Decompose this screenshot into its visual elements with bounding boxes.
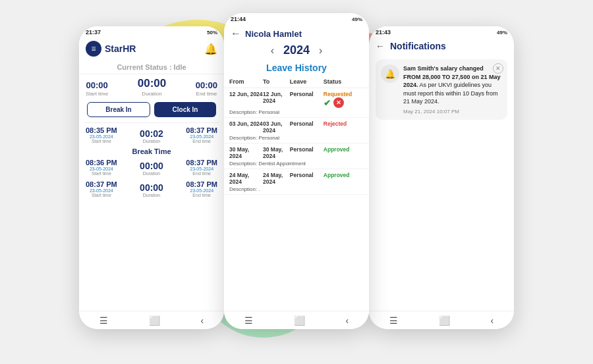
row4-leave: Personal	[290, 172, 324, 178]
row3-status: Approved	[324, 146, 364, 153]
nav-menu-icon[interactable]: ☰	[99, 315, 108, 326]
row1-leave: Personal	[290, 91, 324, 97]
logo-area: ≡ StarHR	[86, 41, 136, 57]
start-time-value: 00:00	[86, 81, 108, 90]
year-navigation: ‹ 2024 ›	[224, 42, 369, 60]
end-time-label: End time	[196, 91, 217, 97]
bell-glyph: 🔔	[385, 69, 395, 79]
break1-end-col: 08:37 PM 23-05-2024 End time	[186, 159, 217, 176]
row3-status-label: Approved	[324, 146, 350, 153]
nav-menu-icon-right[interactable]: ☰	[389, 315, 398, 326]
row1-status-label: Requested	[324, 91, 352, 97]
row4-description: Description: .	[229, 185, 364, 194]
leave-table-header: From To Leave Status	[224, 76, 369, 88]
break1-start-col: 08:36 PM 23-05-2024 Start time	[86, 159, 117, 176]
status-bar-center: 21:44 49%	[224, 13, 369, 24]
end-time-col: 00:00 End time	[196, 81, 217, 97]
col-header-to: To	[263, 78, 290, 85]
entry1-start-time: 08:35 PM	[86, 126, 117, 134]
row2-status-label: Rejected	[324, 120, 347, 127]
nav-home-icon-center[interactable]: ⬜	[294, 315, 305, 326]
break2-start-label: Start time	[86, 193, 117, 197]
break1-duration: 00:00	[140, 161, 163, 171]
clock-in-button[interactable]: Clock In	[154, 102, 216, 117]
row3-leave: Personal	[290, 146, 324, 153]
phone-center: 21:44 49% ← Nicola Hamlet ‹ 2024 › Leave…	[224, 13, 369, 329]
status-time-right: 21:43	[376, 29, 391, 36]
entry1-end-col: 08:37 PM 23-05-2024 End time	[186, 126, 217, 143]
time-row-main: 00:00 Start time 00:00 Duration 00:00 En…	[79, 74, 224, 97]
nav-back-icon-right[interactable]: ‹	[490, 315, 494, 326]
break1-end-date: 23-05-2024	[186, 167, 217, 171]
nav-back-icon-center[interactable]: ‹	[345, 315, 349, 326]
duration-label: Duration	[138, 91, 166, 97]
leave-row-2-main: 03 Jun, 2024 03 Jun, 2024 Personal Rejec…	[229, 120, 364, 134]
break2-end-label: End time	[186, 193, 217, 197]
nav-menu-icon-center[interactable]: ☰	[244, 315, 253, 326]
next-year-button[interactable]: ›	[319, 45, 322, 57]
status-icons-right: 49%	[497, 30, 507, 36]
row3-from: 30 May, 2024	[229, 146, 263, 159]
break2-start-time: 08:37 PM	[86, 180, 117, 188]
row3-description: Description: Dentist Appointment	[229, 159, 364, 168]
break2-duration-label: Duration	[140, 193, 163, 197]
break2-duration: 00:00	[140, 182, 163, 193]
status-icons-center: 49%	[352, 16, 362, 22]
notification-content: Sam Smith's salary changed FROM 28,000 T…	[403, 65, 502, 115]
nav-home-icon-right[interactable]: ⬜	[439, 315, 450, 326]
row2-description: Description: Personal	[229, 134, 364, 142]
row1-from: 12 Jun, 2024	[229, 91, 263, 97]
center-header: ← Nicola Hamlet	[224, 24, 369, 42]
battery-center: 49%	[352, 16, 362, 22]
time-entry-1: 08:35 PM 23-05-2024 Start time 00:02 Dur…	[79, 124, 224, 143]
break-entry-2: 08:37 PM 23-05-2024 Start time 00:00 Dur…	[79, 178, 224, 197]
row4-status: Approved	[324, 172, 364, 178]
duration-value: 00:00	[138, 77, 166, 90]
row2-status: Rejected	[324, 120, 364, 127]
status-bar-right: 21:43 49%	[369, 26, 514, 37]
leave-row-3-main: 30 May, 2024 30 May, 2024 Personal Appro…	[229, 146, 364, 159]
break-time-title: Break Time	[79, 143, 224, 157]
col-header-from: From	[229, 78, 263, 85]
status-icons-left: 50%	[207, 30, 217, 36]
user-name-center: Nicola Hamlet	[245, 29, 302, 39]
col-header-leave: Leave	[290, 78, 324, 85]
break-in-button[interactable]: Break In	[87, 102, 150, 117]
approve-icon[interactable]: ✔	[324, 98, 331, 108]
phone-left: 21:37 50% ≡ StarHR 🔔 Current Status : Id…	[79, 26, 224, 329]
notification-date: May 21, 2024 10:07 PM	[403, 109, 502, 115]
menu-icon[interactable]: ≡	[86, 41, 101, 57]
entry1-duration-label: Duration	[140, 139, 163, 143]
col-header-status: Status	[324, 78, 364, 85]
break1-end-time: 08:37 PM	[186, 159, 217, 167]
notification-bell-icon: 🔔	[381, 65, 399, 83]
break2-end-date: 23-05-2024	[186, 188, 217, 193]
back-button-right[interactable]: ←	[376, 41, 385, 51]
right-header: ← Notifications	[369, 37, 514, 54]
break2-start-col: 08:37 PM 23-05-2024 Start time	[86, 180, 117, 197]
phones-container: 21:37 50% ≡ StarHR 🔔 Current Status : Id…	[13, 13, 580, 349]
notification-close-button[interactable]: ✕	[493, 63, 503, 74]
reject-icon[interactable]: ✕	[333, 97, 344, 108]
entry1-end-date: 23-05-2024	[186, 134, 217, 139]
break1-end-label: End time	[186, 171, 217, 176]
nav-home-icon[interactable]: ⬜	[149, 315, 160, 326]
row4-status-label: Approved	[324, 172, 350, 178]
row2-leave: Personal	[290, 120, 324, 127]
break1-start-date: 23-05-2024	[86, 167, 117, 171]
entry1-start-label: Start time	[86, 139, 117, 143]
status-time-left: 21:37	[86, 29, 101, 36]
nav-bar-center: ☰ ⬜ ‹	[224, 311, 369, 329]
break2-duration-col: 00:00 Duration	[140, 182, 163, 197]
break1-start-label: Start time	[86, 171, 117, 176]
divider-1	[84, 122, 219, 123]
bell-icon-left[interactable]: 🔔	[204, 43, 217, 55]
leave-history-title: Leave History	[224, 60, 369, 76]
back-button-center[interactable]: ←	[231, 28, 241, 39]
row1-description: Description: Personal	[229, 108, 364, 117]
prev-year-button[interactable]: ‹	[271, 45, 274, 57]
status-time-center: 21:44	[231, 16, 246, 22]
nav-back-icon[interactable]: ‹	[200, 315, 204, 326]
year-display: 2024	[283, 43, 310, 57]
break2-start-date: 23-05-2024	[86, 188, 117, 193]
